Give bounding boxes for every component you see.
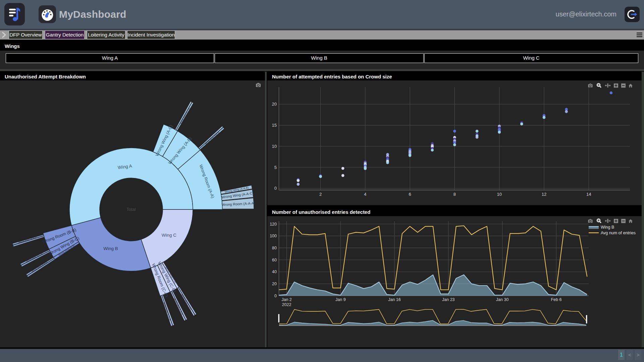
svg-text:10: 10 — [272, 144, 277, 149]
svg-text:Wrong Wing (A-B-A): Wrong Wing (A-B-A) — [205, 131, 220, 145]
svg-text:2: 2 — [319, 192, 322, 197]
svg-text:0: 0 — [274, 186, 277, 191]
svg-text:Wing B: Wing B — [103, 246, 118, 251]
svg-text:Wrong Wing (C-B-A): Wrong Wing (C-B-A) — [173, 298, 183, 315]
svg-text:Jan 23: Jan 23 — [442, 297, 455, 302]
svg-text:Wing C: Wing C — [162, 233, 177, 238]
svg-text:10: 10 — [497, 192, 501, 197]
svg-text:Jan 9: Jan 9 — [335, 297, 346, 302]
svg-text:Wrong Room (C-C-A): Wrong Room (C-C-A) — [163, 302, 171, 321]
svg-text:4: 4 — [364, 192, 366, 197]
svg-text:120: 120 — [270, 222, 277, 227]
svg-text:0: 0 — [274, 294, 277, 298]
svg-text:20: 20 — [272, 102, 277, 107]
svg-text:6: 6 — [409, 192, 411, 197]
svg-text:Feb 6: Feb 6 — [551, 297, 561, 302]
svg-text:Wrong Wing (B-C-A): Wrong Wing (B-C-A) — [26, 252, 43, 262]
svg-text:5: 5 — [274, 165, 277, 170]
svg-text:60: 60 — [272, 258, 277, 262]
svg-text:Wrong Wing (B-A-A): Wrong Wing (B-A-A) — [31, 261, 48, 273]
svg-text:2022: 2022 — [282, 302, 291, 307]
svg-text:Wrong Wing (A-C-A): Wrong Wing (A-C-A) — [179, 107, 191, 124]
svg-text:Jan 30: Jan 30 — [496, 297, 509, 302]
svg-text:8: 8 — [453, 192, 456, 197]
svg-text:Jan 16: Jan 16 — [388, 297, 401, 302]
svg-text:12: 12 — [542, 192, 546, 197]
svg-text:Wing B: Wing B — [601, 225, 614, 230]
svg-text:15: 15 — [272, 123, 277, 128]
svg-text:80: 80 — [272, 246, 277, 250]
svg-text:100: 100 — [270, 234, 277, 238]
svg-text:Avg num of entries: Avg num of entries — [601, 231, 636, 235]
svg-text:14: 14 — [586, 192, 591, 197]
svg-text:Wrong Wing (C-A-A): Wrong Wing (C-A-A) — [181, 294, 192, 310]
svg-text:20: 20 — [272, 282, 277, 286]
svg-text:Total: Total — [126, 207, 136, 212]
svg-text:Jan 2: Jan 2 — [281, 297, 292, 302]
svg-text:40: 40 — [272, 269, 277, 274]
